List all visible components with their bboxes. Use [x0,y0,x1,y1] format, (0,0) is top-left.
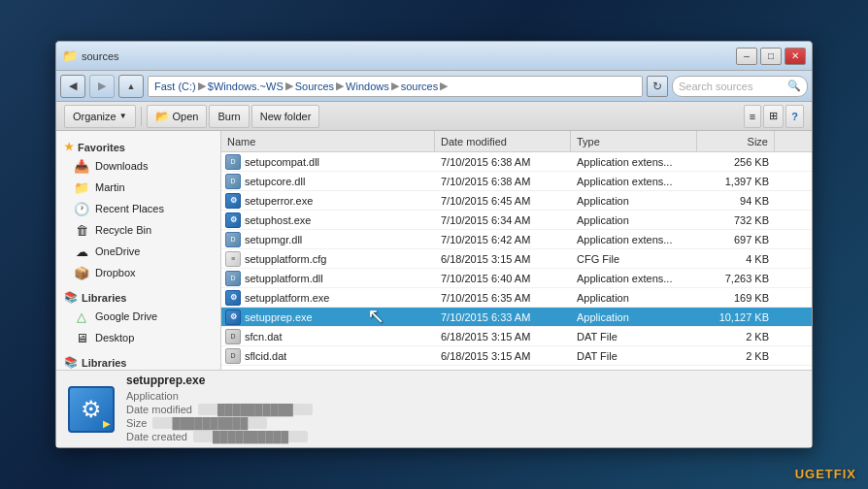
file-size-cell: 10,127 KB [697,311,775,323]
minimize-button[interactable]: – [736,48,757,65]
file-name-text: setupplatform.exe [245,292,329,304]
recycle-label: Recycle Bin [95,224,151,236]
sidebar-item-dropbox[interactable]: 📦 Dropbox [56,262,220,283]
search-box[interactable]: Search sources 🔍 [672,76,808,97]
file-date-cell: 7/10/2015 6:33 AM [435,311,571,323]
martin-label: Martin [95,181,125,193]
preview-date-created-row: Date created ██████████ [126,431,313,442]
table-row[interactable]: ⚙ setuperror.exe 7/10/2015 6:45 AM Appli… [221,191,812,211]
file-size-cell: 256 KB [697,156,775,168]
view-list-button[interactable]: ≡ [744,105,761,128]
recent-icon: 🕐 [74,201,89,216]
refresh-button[interactable]: ↻ [647,76,668,97]
file-name-text: setupmgr.dll [245,234,302,245]
preview-size-value: ██████████ [152,417,267,429]
table-row[interactable]: D setupmgr.dll 7/10/2015 6:42 AM Applica… [221,230,812,249]
file-type-cell: Application extens... [571,156,697,168]
file-name-text: setupplatform.dll [245,273,323,284]
sidebar-item-onedrive[interactable]: ☁ OneDrive [56,241,220,262]
dat-icon: D [225,348,241,364]
table-row[interactable]: ⚙ setupplatform.exe 7/10/2015 6:35 AM Ap… [221,288,812,308]
up-button[interactable]: ▲ [118,75,144,98]
file-size-cell: 94 KB [697,195,775,207]
sidebar-item-desktop[interactable]: 🖥 Desktop [56,327,220,348]
back-button[interactable]: ◀ [60,75,85,98]
file-type-cell: Application extens... [571,176,697,187]
view-controls: ≡ ⊞ ? [744,105,804,128]
sidebar-item-martin[interactable]: 📁 Martin [56,177,220,198]
dropbox-icon: 📦 [74,265,89,280]
watermark: UGETFIX [795,467,856,481]
preview-icon: ⚙ [68,386,115,433]
search-icon[interactable]: 🔍 [787,80,801,92]
window-title: sources [82,50,119,62]
new-folder-button[interactable]: New folder [251,105,320,128]
col-header-date[interactable]: Date modified [435,131,571,151]
search-placeholder: Search sources [679,81,752,92]
libraries-bottom-label: Libraries [82,357,126,369]
window-controls: – □ ✕ [736,48,806,65]
sidebar: ★ Favorites 📥 Downloads 📁 Martin 🕐 Recen… [56,131,221,370]
table-row[interactable]: D setupcore.dll 7/10/2015 6:38 AM Applic… [221,172,812,191]
preview-type-label: Application [126,390,179,402]
favorites-section[interactable]: ★ Favorites [56,137,220,155]
path-sources1[interactable]: Sources [295,81,334,92]
sidebar-item-recycle-bin[interactable]: 🗑 Recycle Bin [56,219,220,241]
file-name-text: setuperror.exe [245,195,313,207]
col-header-name[interactable]: Name [221,131,435,151]
dll-icon: D [225,271,241,286]
maximize-button[interactable]: □ [760,48,782,65]
exe-icon: ⚙ [225,310,241,325]
sidebar-item-downloads[interactable]: 📥 Downloads [56,155,220,177]
table-row[interactable]: D setupcompat.dll 7/10/2015 6:38 AM Appl… [221,152,812,172]
col-header-size[interactable]: Size [697,131,775,151]
table-row[interactable]: D sfcn.dat 6/18/2015 3:15 AM DAT File 2 … [221,327,812,346]
libraries-bottom-section[interactable]: 📚 Libraries [56,352,220,370]
sidebar-item-recent-places[interactable]: 🕐 Recent Places [56,198,220,219]
organize-button[interactable]: Organize ▼ [64,105,136,128]
sidebar-item-google-drive[interactable]: △ Google Drive [56,306,220,327]
onedrive-label: OneDrive [95,245,140,257]
file-size-cell: 1,397 KB [697,176,775,187]
downloads-label: Downloads [95,160,148,172]
preview-filename: setupprep.exe [126,374,313,387]
path-sources2[interactable]: sources [401,81,439,92]
table-row[interactable]: ⚙ setupprep.exe 7/10/2015 6:33 AM Applic… [221,308,812,327]
downloads-icon: 📥 [74,158,89,174]
path-drive[interactable]: Fast (C:) [154,81,196,92]
recycle-icon: 🗑 [74,222,89,238]
main-content: ★ Favorites 📥 Downloads 📁 Martin 🕐 Recen… [56,131,812,370]
path-windows[interactable]: Windows [346,81,389,92]
table-row[interactable]: D setupplatform.dll 7/10/2015 6:40 AM Ap… [221,269,812,288]
dll-icon: D [225,154,241,170]
star-icon: ★ [64,141,74,153]
address-path[interactable]: Fast (C:) ▶ $Windows.~WS ▶ Sources ▶ Win… [148,76,643,97]
libraries-section[interactable]: 📚 Libraries [56,287,220,306]
exe-icon: ⚙ [225,290,241,306]
open-button[interactable]: 📂 Open [147,105,208,128]
exe-icon: ⚙ [225,193,241,209]
file-type-cell: DAT File [571,350,697,362]
file-type-cell: Application [571,195,697,207]
forward-button[interactable]: ▶ [89,75,115,98]
file-date-cell: 7/10/2015 6:45 AM [435,195,571,207]
file-type-cell: Application extens... [571,234,697,245]
preview-created-value: ██████████ [193,431,308,442]
burn-button[interactable]: Burn [209,105,249,128]
watermark-ug: UG [795,467,817,481]
file-date-cell: 6/18/2015 3:15 AM [435,253,571,265]
status-bar: ⚙ setupprep.exe Application Date modifie… [56,370,812,447]
file-size-cell: 7,263 KB [697,273,775,284]
view-details-button[interactable]: ⊞ [763,105,784,128]
file-name-cell: ⚙ setupprep.exe [221,310,435,325]
table-row[interactable]: ≡ setupplatform.cfg 6/18/2015 3:15 AM CF… [221,249,812,269]
file-date-cell: 7/10/2015 6:42 AM [435,234,571,245]
table-row[interactable]: ⚙ setuphost.exe 7/10/2015 6:34 AM Applic… [221,211,812,230]
close-button[interactable]: ✕ [785,48,806,65]
help-button[interactable]: ? [785,105,804,128]
col-header-type[interactable]: Type [571,131,697,151]
table-row[interactable]: D sflcid.dat 6/18/2015 3:15 AM DAT File … [221,346,812,366]
path-windows-ws[interactable]: $Windows.~WS [208,81,284,92]
file-date-cell: 6/18/2015 3:15 AM [435,350,571,362]
open-icon: 📂 [155,110,170,123]
